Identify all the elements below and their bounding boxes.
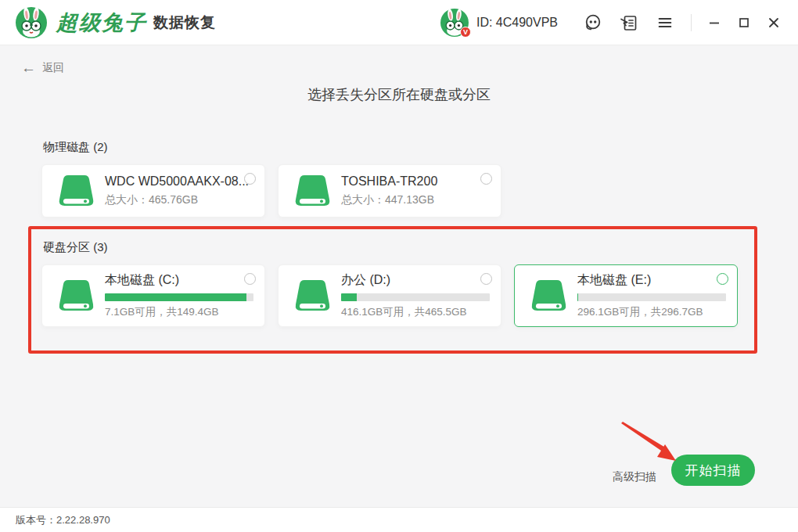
back-label: 返回 (42, 61, 64, 75)
brand-name: 超级兔子 (56, 9, 147, 37)
partition-name: 本地磁盘 (E:) (577, 272, 726, 289)
partition-usage: 296.1GB可用，共296.7GB (577, 305, 726, 319)
user-id: ID: 4C490VPB (476, 16, 558, 30)
partitions-section-title: 硬盘分区 (3) (43, 240, 108, 255)
user-avatar[interactable]: V (440, 9, 469, 37)
radio-button-selected[interactable] (717, 273, 728, 285)
footer: 版本号：2.22.28.970 (0, 507, 798, 532)
partition-usage: 7.1GB可用，共149.4GB (105, 305, 253, 319)
annotation-arrow (615, 420, 682, 466)
radio-button[interactable] (244, 173, 256, 185)
disk-total-size: 总大小：465.76GB (105, 193, 249, 207)
back-button[interactable]: ← 返回 (21, 60, 64, 75)
version-label: 版本号：2.22.28.970 (16, 513, 110, 527)
minimize-button[interactable] (705, 13, 724, 33)
menu-icon[interactable] (655, 13, 675, 33)
hard-drive-icon (58, 174, 95, 207)
usage-bar (341, 293, 490, 301)
physical-disk-list: WDC WD5000AAKX-08... 总大小：465.76GB TOSHIB… (41, 164, 501, 217)
app-logo-rabbit-icon (16, 7, 47, 38)
support-headset-icon[interactable] (583, 13, 603, 33)
disk-name: WDC WD5000AAKX-08... (105, 174, 249, 189)
disk-card-wdc[interactable]: WDC WD5000AAKX-08... 总大小：465.76GB (41, 164, 265, 217)
partition-card-d[interactable]: 办公 (D:) 416.1GB可用，共465.5GB (278, 264, 501, 327)
product-name: 数据恢复 (153, 13, 216, 33)
radio-button[interactable] (244, 273, 256, 285)
disk-total-size: 总大小：447.13GB (341, 193, 437, 207)
close-button[interactable] (764, 13, 783, 33)
maximize-button[interactable] (735, 13, 753, 33)
advanced-scan-link[interactable]: 高级扫描 (613, 470, 656, 484)
vip-v-badge: V (460, 27, 471, 38)
disk-name: TOSHIBA-TR200 (341, 174, 437, 189)
usage-bar (105, 293, 253, 301)
partition-card-c[interactable]: 本地磁盘 (C:) 7.1GB可用，共149.4GB (41, 264, 265, 327)
disk-card-toshiba[interactable]: TOSHIBA-TR200 总大小：447.13GB (278, 164, 501, 217)
hard-drive-icon (530, 279, 567, 312)
page-title: 选择丢失分区所在硬盘或分区 (0, 85, 798, 104)
hard-drive-icon (58, 279, 95, 312)
titlebar-divider (691, 14, 692, 31)
usage-bar (577, 293, 726, 301)
partition-name: 本地磁盘 (C:) (105, 272, 253, 289)
partition-card-e[interactable]: 本地磁盘 (E:) 296.1GB可用，共296.7GB (514, 264, 738, 327)
feedback-form-icon[interactable] (619, 13, 639, 33)
hard-drive-icon (294, 174, 331, 207)
partition-usage: 416.1GB可用，共465.5GB (341, 305, 490, 319)
hard-drive-icon (294, 279, 331, 312)
physical-disks-section-title: 物理磁盘 (2) (43, 140, 108, 155)
radio-button[interactable] (480, 273, 492, 285)
partition-name: 办公 (D:) (341, 272, 490, 289)
start-scan-button[interactable]: 开始扫描 (671, 455, 755, 486)
back-arrow-icon: ← (21, 60, 36, 75)
titlebar: 超级兔子 数据恢复 V ID: 4C490VPB (0, 0, 798, 45)
partition-list: 本地磁盘 (C:) 7.1GB可用，共149.4GB 办公 (D:) 416.1… (41, 264, 738, 327)
radio-button[interactable] (480, 173, 492, 185)
app-title: 超级兔子 数据恢复 (56, 0, 216, 45)
